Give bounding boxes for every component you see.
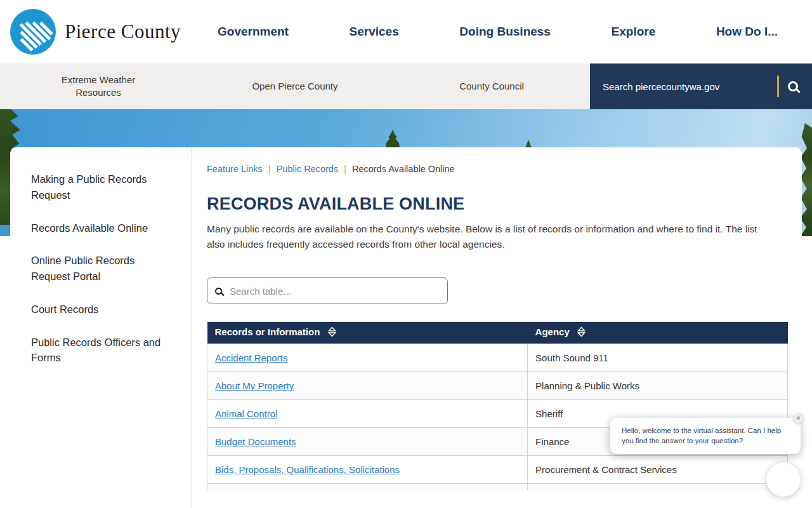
column-header-agency[interactable]: Agency bbox=[528, 322, 788, 344]
tree-photo-middle bbox=[386, 130, 400, 147]
nav-item-doing-business[interactable]: Doing Business bbox=[459, 25, 551, 39]
column-header-label: Agency bbox=[535, 326, 570, 337]
record-cell: Budget Documents bbox=[207, 428, 528, 456]
utility-link-label: County Council bbox=[459, 80, 524, 93]
pierce-county-logo-icon[interactable] bbox=[10, 9, 56, 55]
sidebar-item-request-portal[interactable]: Online Public Records Request Portal bbox=[31, 253, 173, 284]
sidebar-item-court-records[interactable]: Court Records bbox=[31, 302, 173, 318]
utility-bar: Extreme Weather Resources Open Pierce Co… bbox=[0, 64, 812, 109]
virtual-assistant-message: Hello, welcome to the virtual assistant.… bbox=[622, 427, 781, 444]
nav-item-explore[interactable]: Explore bbox=[612, 25, 656, 39]
table-row: Bids, Proposals, Qualifications, Solicit… bbox=[207, 456, 788, 484]
table-row bbox=[207, 484, 788, 490]
nav-item-how-do-i[interactable]: How Do I... bbox=[716, 25, 778, 39]
nav-item-government[interactable]: Government bbox=[218, 25, 289, 39]
breadcrumb: Feature Links | Public Records | Records… bbox=[207, 164, 788, 174]
chat-launcher-button[interactable] bbox=[766, 462, 801, 497]
column-header-records[interactable]: Records or Information bbox=[207, 322, 528, 344]
record-link[interactable]: Animal Control bbox=[215, 408, 277, 419]
main-nav: Government Services Doing Business Explo… bbox=[218, 25, 778, 39]
record-link[interactable]: About My Property bbox=[215, 380, 294, 391]
record-cell: About My Property bbox=[207, 372, 528, 400]
sort-icon[interactable] bbox=[328, 326, 336, 339]
site-search-label[interactable]: Search piercecountywa.gov bbox=[603, 81, 777, 92]
table-row: Accident Reports South Sound 911 bbox=[207, 344, 788, 372]
intro-paragraph: Many public records are available on the… bbox=[207, 222, 765, 252]
search-icon[interactable] bbox=[788, 81, 798, 91]
agency-cell: Planning & Public Works bbox=[528, 372, 788, 400]
table-search-input[interactable] bbox=[230, 286, 440, 297]
sidebar-item-records-available-online[interactable]: Records Available Online bbox=[31, 220, 173, 236]
utility-link-extreme-weather[interactable]: Extreme Weather Resources bbox=[0, 74, 197, 100]
breadcrumb-separator: | bbox=[344, 164, 346, 174]
utility-link-label: Open Pierce County bbox=[252, 80, 337, 93]
utility-link-label: Extreme Weather Resources bbox=[51, 74, 146, 100]
record-cell: Animal Control bbox=[207, 400, 528, 428]
record-link[interactable]: Budget Documents bbox=[215, 436, 296, 447]
utility-link-open-pierce-county[interactable]: Open Pierce County bbox=[197, 80, 393, 93]
search-divider bbox=[777, 76, 779, 97]
breadcrumb-current-page: Records Available Online bbox=[352, 164, 455, 174]
sidebar-item-officers-forms[interactable]: Public Records Officers and Forms bbox=[31, 335, 173, 366]
virtual-assistant-bubble: Hello, welcome to the virtual assistant.… bbox=[610, 418, 801, 454]
column-header-label: Records or Information bbox=[215, 326, 320, 337]
record-cell: Accident Reports bbox=[207, 344, 528, 372]
nav-item-services[interactable]: Services bbox=[350, 25, 399, 39]
site-header: Pierce County Government Services Doing … bbox=[0, 0, 812, 64]
close-icon[interactable]: × bbox=[793, 413, 804, 424]
agency-cell bbox=[528, 484, 788, 490]
table-row: About My Property Planning & Public Work… bbox=[207, 372, 788, 400]
breadcrumb-separator: | bbox=[268, 164, 271, 174]
record-cell: Bids, Proposals, Qualifications, Solicit… bbox=[207, 456, 528, 484]
sidebar-item-making-request[interactable]: Making a Public Records Request bbox=[31, 171, 173, 203]
table-header-row: Records or Information Agency bbox=[207, 322, 788, 344]
agency-cell: Procurement & Contract Services bbox=[528, 456, 788, 484]
agency-cell: South Sound 911 bbox=[528, 344, 788, 372]
record-link[interactable]: Bids, Proposals, Qualifications, Solicit… bbox=[215, 464, 400, 475]
record-link[interactable]: Accident Reports bbox=[215, 352, 287, 363]
site-search[interactable]: Search piercecountywa.gov bbox=[590, 64, 812, 109]
table-search-box bbox=[207, 277, 448, 304]
brand-name[interactable]: Pierce County bbox=[65, 20, 181, 43]
utility-links: Extreme Weather Resources Open Pierce Co… bbox=[0, 64, 590, 109]
records-table: Records or Information Agency A bbox=[207, 322, 788, 490]
table-search-icon bbox=[215, 288, 222, 295]
page-title: RECORDS AVAILABLE ONLINE bbox=[207, 194, 788, 214]
utility-link-county-council[interactable]: County Council bbox=[393, 80, 590, 93]
record-cell bbox=[207, 484, 528, 490]
sort-icon[interactable] bbox=[577, 326, 586, 339]
breadcrumb-feature-links[interactable]: Feature Links bbox=[207, 164, 263, 174]
sidebar-nav: Making a Public Records Request Records … bbox=[10, 147, 192, 508]
breadcrumb-public-records[interactable]: Public Records bbox=[277, 164, 339, 174]
